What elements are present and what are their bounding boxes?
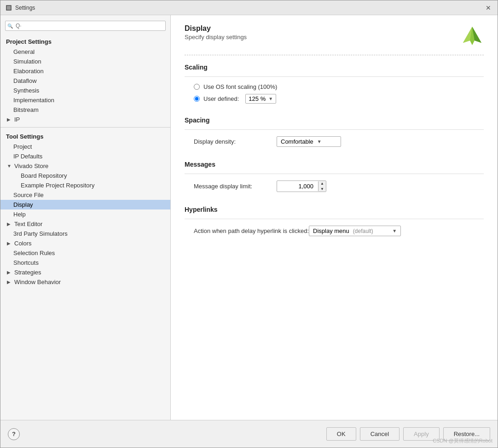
spinbox-up-button[interactable]: ▲ — [318, 181, 326, 186]
bottom-bar: ? OK Cancel Apply Restore... — [0, 420, 498, 448]
main-content: 🔍 Project Settings General Simulation El… — [0, 15, 498, 420]
density-value: Comfortable — [281, 138, 313, 145]
hyperlink-dropdown-arrow: ▼ — [392, 228, 397, 233]
sidebar-item-display[interactable]: Display — [0, 200, 170, 209]
sidebar-item-example-project-repository[interactable]: Example Project Repository — [0, 180, 170, 190]
messages-separator — [185, 174, 484, 174]
user-defined-dropdown[interactable]: 125 % ▼ — [245, 94, 276, 104]
text-editor-arrow: ▶ — [7, 221, 12, 227]
right-panel: Display Specify display settings Scaling… — [171, 15, 498, 420]
hyperlink-action-default: (default) — [353, 228, 373, 234]
cancel-button[interactable]: Cancel — [360, 427, 400, 441]
sidebar-item-general[interactable]: General — [0, 47, 170, 57]
os-scaling-row: Use OS font scaling (100%) — [185, 83, 484, 90]
message-limit-label: Message display limit: — [194, 183, 277, 190]
sidebar-item-3rd-party-simulators[interactable]: 3rd Party Simulators — [0, 229, 170, 239]
settings-window: Settings ✕ 🔍 Project Settings General Si… — [0, 0, 498, 448]
bottom-left: ? — [8, 428, 20, 440]
sidebar-divider — [0, 127, 170, 128]
panel-header: Display Specify display settings — [185, 24, 484, 47]
spinbox-down-button[interactable]: ▼ — [318, 186, 326, 192]
svg-marker-2 — [463, 27, 481, 45]
spacing-title: Spacing — [185, 116, 484, 124]
sidebar-item-selection-rules[interactable]: Selection Rules — [0, 248, 170, 258]
sidebar-item-dataflow[interactable]: Dataflow — [0, 76, 170, 86]
sidebar-item-ip-label: IP — [14, 116, 20, 123]
tool-settings-header: Tool Settings — [0, 130, 170, 142]
sidebar-item-synthesis[interactable]: Synthesis — [0, 86, 170, 95]
search-icon: 🔍 — [7, 23, 13, 29]
scaling-separator — [185, 76, 484, 77]
spacing-section: Spacing Display density: Comfortable ▼ — [185, 116, 484, 151]
search-box[interactable]: 🔍 — [5, 21, 166, 31]
density-label: Display density: — [194, 138, 277, 145]
search-input[interactable] — [5, 21, 166, 31]
hyperlinks-title: Hyperlinks — [185, 206, 484, 213]
sidebar-item-colors[interactable]: ▶ Colors — [0, 239, 170, 248]
hyperlink-action-label: Action when path delay hyperlink is clic… — [194, 227, 309, 234]
sidebar-item-strategies[interactable]: ▶ Strategies — [0, 268, 170, 277]
header-separator — [185, 55, 484, 55]
sidebar-item-bitstream[interactable]: Bitstream — [0, 105, 170, 115]
panel-title: Display — [185, 24, 247, 33]
hyperlinks-section: Hyperlinks Action when path delay hyperl… — [185, 206, 484, 241]
user-defined-dropdown-arrow: ▼ — [268, 96, 273, 101]
close-button[interactable]: ✕ — [484, 5, 493, 11]
ok-button[interactable]: OK — [326, 427, 356, 441]
messages-section: Messages Message display limit: 1,000 ▲ … — [185, 161, 484, 197]
title-bar: Settings ✕ — [0, 0, 498, 15]
sidebar-item-board-repository[interactable]: Board Repository — [0, 171, 170, 180]
density-dropdown[interactable]: Comfortable ▼ — [277, 136, 341, 147]
scaling-section: Scaling Use OS font scaling (100%) User … — [185, 64, 484, 107]
sidebar-item-window-behavior-label: Window Behavior — [14, 279, 61, 285]
strategies-arrow: ▶ — [7, 270, 12, 275]
user-defined-radio[interactable] — [194, 96, 200, 102]
messages-title: Messages — [185, 161, 484, 168]
sidebar-item-ip-defaults[interactable]: IP Defaults — [0, 151, 170, 161]
hyperlink-action-value: Display menu — [313, 227, 349, 234]
spacing-separator — [185, 129, 484, 130]
sidebar-item-shortcuts[interactable]: Shortcuts — [0, 258, 170, 268]
colors-arrow: ▶ — [7, 241, 12, 246]
sidebar-item-implementation[interactable]: Implementation — [0, 95, 170, 105]
sidebar-item-source-file[interactable]: Source File — [0, 190, 170, 200]
help-button[interactable]: ? — [8, 428, 20, 440]
window-behavior-arrow: ▶ — [7, 279, 12, 285]
spinbox-buttons: ▲ ▼ — [318, 181, 326, 192]
hyperlink-action-dropdown[interactable]: Display menu (default) ▼ — [309, 226, 401, 236]
scaling-title: Scaling — [185, 64, 484, 71]
logo-icon — [461, 24, 484, 47]
os-scaling-label: Use OS font scaling (100%) — [203, 83, 277, 90]
panel-subtitle: Specify display settings — [185, 34, 247, 41]
title-bar-left: Settings — [5, 4, 35, 12]
message-limit-row: Message display limit: 1,000 ▲ ▼ — [185, 180, 484, 192]
sidebar-item-ip[interactable]: ▶ IP — [0, 115, 170, 124]
sidebar: 🔍 Project Settings General Simulation El… — [0, 15, 171, 420]
density-row: Display density: Comfortable ▼ — [185, 136, 484, 147]
os-scaling-radio[interactable] — [194, 84, 200, 90]
app-icon — [5, 4, 12, 12]
watermark: CSDN @莫得感情的Robot — [433, 437, 492, 444]
hyperlink-action-row: Action when path delay hyperlink is clic… — [185, 226, 484, 236]
hyperlinks-separator — [185, 219, 484, 219]
message-limit-spinbox[interactable]: 1,000 ▲ ▼ — [277, 180, 326, 192]
vivado-store-arrow: ▼ — [7, 163, 12, 169]
sidebar-item-simulation[interactable]: Simulation — [0, 57, 170, 66]
sidebar-item-elaboration[interactable]: Elaboration — [0, 66, 170, 76]
user-defined-label: User defined: — [203, 95, 239, 102]
sidebar-item-vivado-store[interactable]: ▼ Vivado Store — [0, 161, 170, 171]
sidebar-item-text-editor[interactable]: ▶ Text Editor — [0, 219, 170, 229]
user-defined-row: User defined: 125 % ▼ — [185, 94, 484, 104]
density-dropdown-arrow: ▼ — [317, 139, 322, 144]
user-defined-value: 125 % — [249, 95, 266, 102]
project-settings-header: Project Settings — [0, 35, 170, 47]
sidebar-item-window-behavior[interactable]: ▶ Window Behavior — [0, 277, 170, 287]
svg-rect-1 — [7, 6, 11, 10]
sidebar-item-help[interactable]: Help — [0, 209, 170, 219]
ip-expand-arrow: ▶ — [7, 117, 12, 122]
sidebar-item-project[interactable]: Project — [0, 142, 170, 151]
sidebar-item-vivado-store-label: Vivado Store — [14, 163, 48, 169]
message-limit-value: 1,000 — [277, 181, 318, 191]
sidebar-item-text-editor-label: Text Editor — [14, 221, 42, 227]
window-title: Settings — [15, 5, 35, 11]
